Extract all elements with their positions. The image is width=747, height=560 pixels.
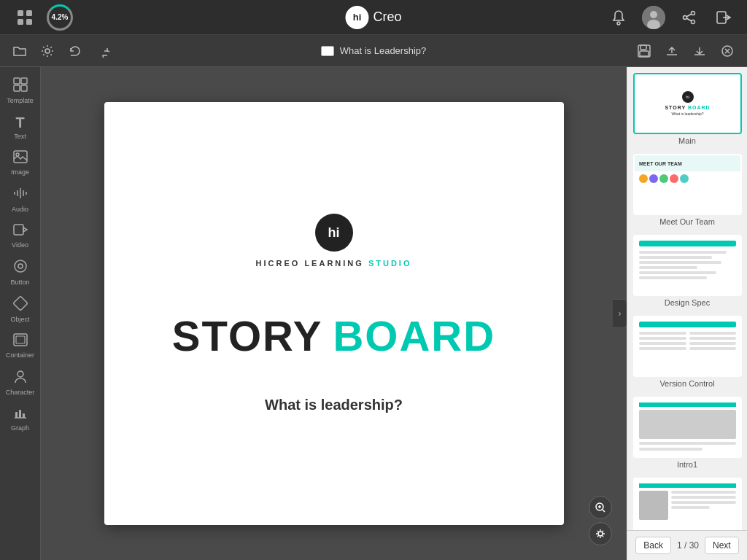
download-icon[interactable] — [689, 40, 711, 62]
next-button[interactable]: Next — [705, 537, 739, 554]
slide-thumb-5[interactable]: Intro1 — [633, 397, 741, 469]
svg-rect-3 — [26, 19, 32, 25]
zoom-settings-button[interactable] — [589, 522, 612, 545]
slide-label-5: Intro1 — [633, 460, 741, 469]
template-icon — [13, 77, 28, 96]
svg-point-10 — [692, 20, 695, 23]
text-icon: T — [15, 114, 24, 131]
notification-icon[interactable] — [607, 6, 630, 29]
share-icon[interactable] — [677, 6, 700, 29]
top-bar-right — [607, 6, 735, 29]
slide-thumb-1[interactable]: hi STORY BOARD What is leadership? Main — [633, 73, 741, 145]
redo-icon[interactable] — [92, 40, 114, 62]
sidebar-item-video[interactable]: Video — [2, 219, 39, 253]
document-title[interactable]: What is Leadership? — [340, 45, 427, 56]
graph-label: Graph — [11, 424, 29, 432]
top-bar-center: hi Creo — [345, 6, 401, 29]
video-icon — [13, 223, 28, 240]
button-icon — [13, 259, 28, 277]
slide-thumb-img-4[interactable] — [633, 316, 742, 377]
hi-badge: hi — [345, 6, 368, 29]
sidebar-item-container[interactable]: Container — [2, 329, 39, 363]
slide-hi-badge: hi — [315, 214, 353, 252]
folder-icon[interactable] — [9, 40, 31, 62]
slide-thumb-img-3[interactable] — [633, 235, 742, 296]
svg-rect-21 — [21, 78, 27, 84]
svg-rect-36 — [23, 413, 25, 418]
graph-icon — [13, 406, 28, 423]
character-icon — [13, 369, 28, 387]
image-icon — [13, 150, 28, 167]
object-label: Object — [10, 316, 29, 323]
svg-rect-23 — [21, 85, 27, 91]
svg-line-12 — [686, 18, 692, 21]
progress-indicator[interactable]: 4.2% — [47, 4, 73, 31]
svg-rect-20 — [14, 78, 20, 84]
svg-rect-22 — [14, 85, 20, 91]
svg-point-8 — [684, 15, 687, 19]
button-label: Button — [10, 279, 29, 286]
slide-thumb-6[interactable]: Intro2 — [633, 478, 741, 530]
slide-thumb-img-2[interactable]: MEET OUR TEAM — [633, 154, 742, 215]
zoom-in-button[interactable] — [589, 496, 612, 519]
video-label: Video — [12, 241, 28, 249]
right-slides-panel: hi STORY BOARD What is leadership? Main … — [627, 67, 747, 560]
settings-icon[interactable] — [36, 40, 58, 62]
grid-icon[interactable] — [12, 4, 38, 31]
save-icon[interactable] — [633, 40, 655, 62]
text-label: Text — [14, 133, 26, 140]
undo-icon[interactable] — [64, 40, 86, 62]
slide-thumb-2[interactable]: MEET OUR TEAM Meet Our Team — [633, 154, 741, 226]
svg-point-28 — [18, 264, 23, 268]
logo-button[interactable]: hi Creo — [345, 6, 401, 29]
page-info: 1 / 30 — [677, 540, 699, 551]
pagination: Back 1 / 30 Next — [627, 530, 747, 560]
svg-point-6 — [650, 11, 657, 18]
user-avatar[interactable] — [642, 6, 665, 29]
slide-thumb-img-1[interactable]: hi STORY BOARD What is leadership? — [633, 73, 742, 134]
svg-point-15 — [45, 49, 50, 53]
top-bar: 4.2% hi Creo — [0, 0, 747, 35]
sidebar-item-character[interactable]: Character — [2, 365, 39, 400]
svg-rect-35 — [19, 410, 21, 418]
svg-rect-26 — [14, 225, 23, 235]
svg-rect-17 — [640, 45, 646, 50]
slide-label-4: Version Control — [633, 379, 741, 388]
top-bar-left: 4.2% — [12, 4, 73, 31]
collapse-panel-arrow[interactable]: › — [613, 299, 627, 328]
sidebar-item-graph[interactable]: Graph — [2, 402, 39, 436]
sidebar-item-template[interactable]: Template — [2, 73, 39, 109]
back-button[interactable]: Back — [635, 537, 671, 554]
left-sidebar: Template T Text Image Audio — [0, 67, 41, 560]
container-label: Container — [6, 351, 34, 359]
svg-point-41 — [598, 532, 603, 536]
slide-label-1: Main — [633, 136, 741, 145]
slide-thumb-img-5[interactable] — [633, 397, 742, 458]
svg-line-40 — [603, 510, 605, 512]
svg-line-11 — [686, 14, 692, 17]
close-icon[interactable] — [716, 40, 738, 62]
toolbar-center: What is Leadership? — [120, 45, 627, 56]
audio-label: Audio — [12, 206, 28, 213]
slide-title-part2: BOARD — [333, 311, 495, 360]
editor-toolbar: What is Leadership? — [0, 35, 747, 67]
slide-logo-area: hi HICREO LEARNING STUDIO — [256, 214, 412, 268]
svg-point-4 — [617, 22, 620, 25]
sidebar-item-text[interactable]: T Text — [2, 110, 39, 144]
container-icon — [13, 333, 28, 350]
slide-label-3: Design Spec — [633, 298, 741, 307]
sidebar-item-button[interactable]: Button — [2, 254, 39, 290]
slide-thumb-img-6[interactable] — [633, 478, 742, 530]
app-name: Creo — [373, 9, 401, 25]
sidebar-item-image[interactable]: Image — [2, 146, 39, 180]
image-label: Image — [11, 168, 29, 176]
logout-icon[interactable] — [712, 6, 735, 29]
sidebar-item-audio[interactable]: Audio — [2, 182, 39, 217]
slide-thumb-4[interactable]: Version Control — [633, 316, 741, 388]
sidebar-item-object[interactable]: Object — [2, 292, 39, 327]
svg-point-32 — [18, 371, 23, 377]
svg-rect-1 — [26, 10, 32, 16]
slide-icon — [321, 46, 334, 56]
publish-icon[interactable] — [661, 40, 683, 62]
slide-thumb-3[interactable]: Design Spec — [633, 235, 741, 307]
